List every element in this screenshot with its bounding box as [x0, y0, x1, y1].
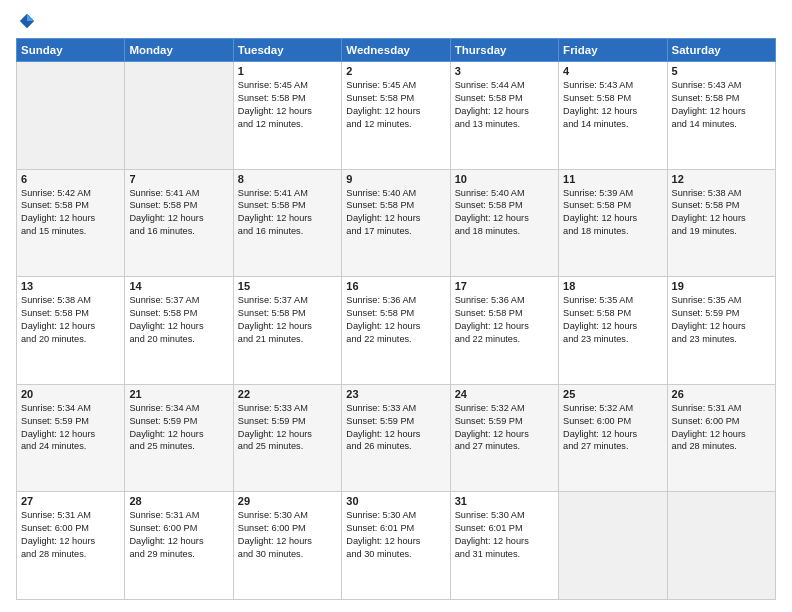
logo — [16, 12, 36, 30]
day-number: 25 — [563, 388, 662, 400]
cell-content: Sunrise: 5:34 AM Sunset: 5:59 PM Dayligh… — [129, 402, 228, 454]
calendar-cell — [667, 492, 775, 600]
cell-content: Sunrise: 5:39 AM Sunset: 5:58 PM Dayligh… — [563, 187, 662, 239]
calendar-cell: 13Sunrise: 5:38 AM Sunset: 5:58 PM Dayli… — [17, 277, 125, 385]
logo-icon — [18, 12, 36, 30]
cell-content: Sunrise: 5:43 AM Sunset: 5:58 PM Dayligh… — [672, 79, 771, 131]
calendar-cell: 10Sunrise: 5:40 AM Sunset: 5:58 PM Dayli… — [450, 169, 558, 277]
day-number: 21 — [129, 388, 228, 400]
day-number: 30 — [346, 495, 445, 507]
cell-content: Sunrise: 5:37 AM Sunset: 5:58 PM Dayligh… — [129, 294, 228, 346]
calendar-cell: 18Sunrise: 5:35 AM Sunset: 5:58 PM Dayli… — [559, 277, 667, 385]
cell-content: Sunrise: 5:37 AM Sunset: 5:58 PM Dayligh… — [238, 294, 337, 346]
calendar-cell: 22Sunrise: 5:33 AM Sunset: 5:59 PM Dayli… — [233, 384, 341, 492]
cell-content: Sunrise: 5:33 AM Sunset: 5:59 PM Dayligh… — [346, 402, 445, 454]
cell-content: Sunrise: 5:31 AM Sunset: 6:00 PM Dayligh… — [129, 509, 228, 561]
day-number: 14 — [129, 280, 228, 292]
cell-content: Sunrise: 5:31 AM Sunset: 6:00 PM Dayligh… — [672, 402, 771, 454]
day-number: 27 — [21, 495, 120, 507]
calendar-cell: 9Sunrise: 5:40 AM Sunset: 5:58 PM Daylig… — [342, 169, 450, 277]
weekday-header: Saturday — [667, 39, 775, 62]
day-number: 1 — [238, 65, 337, 77]
day-number: 20 — [21, 388, 120, 400]
cell-content: Sunrise: 5:30 AM Sunset: 6:01 PM Dayligh… — [346, 509, 445, 561]
calendar-cell: 5Sunrise: 5:43 AM Sunset: 5:58 PM Daylig… — [667, 62, 775, 170]
day-number: 2 — [346, 65, 445, 77]
calendar-cell: 17Sunrise: 5:36 AM Sunset: 5:58 PM Dayli… — [450, 277, 558, 385]
cell-content: Sunrise: 5:35 AM Sunset: 5:58 PM Dayligh… — [563, 294, 662, 346]
day-number: 9 — [346, 173, 445, 185]
day-number: 26 — [672, 388, 771, 400]
day-number: 15 — [238, 280, 337, 292]
weekday-header: Sunday — [17, 39, 125, 62]
cell-content: Sunrise: 5:41 AM Sunset: 5:58 PM Dayligh… — [129, 187, 228, 239]
calendar-cell: 19Sunrise: 5:35 AM Sunset: 5:59 PM Dayli… — [667, 277, 775, 385]
calendar-week-row: 13Sunrise: 5:38 AM Sunset: 5:58 PM Dayli… — [17, 277, 776, 385]
day-number: 4 — [563, 65, 662, 77]
cell-content: Sunrise: 5:45 AM Sunset: 5:58 PM Dayligh… — [346, 79, 445, 131]
day-number: 17 — [455, 280, 554, 292]
day-number: 5 — [672, 65, 771, 77]
calendar-cell: 3Sunrise: 5:44 AM Sunset: 5:58 PM Daylig… — [450, 62, 558, 170]
day-number: 24 — [455, 388, 554, 400]
weekday-header: Wednesday — [342, 39, 450, 62]
calendar-page: SundayMondayTuesdayWednesdayThursdayFrid… — [0, 0, 792, 612]
calendar-cell: 20Sunrise: 5:34 AM Sunset: 5:59 PM Dayli… — [17, 384, 125, 492]
calendar-cell: 24Sunrise: 5:32 AM Sunset: 5:59 PM Dayli… — [450, 384, 558, 492]
calendar-cell: 7Sunrise: 5:41 AM Sunset: 5:58 PM Daylig… — [125, 169, 233, 277]
calendar-cell: 11Sunrise: 5:39 AM Sunset: 5:58 PM Dayli… — [559, 169, 667, 277]
day-number: 13 — [21, 280, 120, 292]
calendar-cell: 30Sunrise: 5:30 AM Sunset: 6:01 PM Dayli… — [342, 492, 450, 600]
day-number: 11 — [563, 173, 662, 185]
day-number: 16 — [346, 280, 445, 292]
cell-content: Sunrise: 5:43 AM Sunset: 5:58 PM Dayligh… — [563, 79, 662, 131]
cell-content: Sunrise: 5:41 AM Sunset: 5:58 PM Dayligh… — [238, 187, 337, 239]
cell-content: Sunrise: 5:32 AM Sunset: 6:00 PM Dayligh… — [563, 402, 662, 454]
calendar-cell: 23Sunrise: 5:33 AM Sunset: 5:59 PM Dayli… — [342, 384, 450, 492]
cell-content: Sunrise: 5:42 AM Sunset: 5:58 PM Dayligh… — [21, 187, 120, 239]
calendar-cell: 6Sunrise: 5:42 AM Sunset: 5:58 PM Daylig… — [17, 169, 125, 277]
calendar-week-row: 27Sunrise: 5:31 AM Sunset: 6:00 PM Dayli… — [17, 492, 776, 600]
cell-content: Sunrise: 5:30 AM Sunset: 6:01 PM Dayligh… — [455, 509, 554, 561]
calendar-week-row: 1Sunrise: 5:45 AM Sunset: 5:58 PM Daylig… — [17, 62, 776, 170]
calendar-cell: 4Sunrise: 5:43 AM Sunset: 5:58 PM Daylig… — [559, 62, 667, 170]
cell-content: Sunrise: 5:35 AM Sunset: 5:59 PM Dayligh… — [672, 294, 771, 346]
day-number: 8 — [238, 173, 337, 185]
calendar-cell: 8Sunrise: 5:41 AM Sunset: 5:58 PM Daylig… — [233, 169, 341, 277]
day-number: 19 — [672, 280, 771, 292]
calendar-cell: 26Sunrise: 5:31 AM Sunset: 6:00 PM Dayli… — [667, 384, 775, 492]
day-number: 22 — [238, 388, 337, 400]
weekday-header: Monday — [125, 39, 233, 62]
calendar-cell: 29Sunrise: 5:30 AM Sunset: 6:00 PM Dayli… — [233, 492, 341, 600]
calendar-cell: 14Sunrise: 5:37 AM Sunset: 5:58 PM Dayli… — [125, 277, 233, 385]
cell-content: Sunrise: 5:33 AM Sunset: 5:59 PM Dayligh… — [238, 402, 337, 454]
cell-content: Sunrise: 5:44 AM Sunset: 5:58 PM Dayligh… — [455, 79, 554, 131]
cell-content: Sunrise: 5:32 AM Sunset: 5:59 PM Dayligh… — [455, 402, 554, 454]
page-header — [16, 12, 776, 30]
day-number: 3 — [455, 65, 554, 77]
calendar-week-row: 6Sunrise: 5:42 AM Sunset: 5:58 PM Daylig… — [17, 169, 776, 277]
calendar-cell — [125, 62, 233, 170]
cell-content: Sunrise: 5:40 AM Sunset: 5:58 PM Dayligh… — [346, 187, 445, 239]
calendar-cell: 12Sunrise: 5:38 AM Sunset: 5:58 PM Dayli… — [667, 169, 775, 277]
calendar-cell: 31Sunrise: 5:30 AM Sunset: 6:01 PM Dayli… — [450, 492, 558, 600]
cell-content: Sunrise: 5:38 AM Sunset: 5:58 PM Dayligh… — [672, 187, 771, 239]
calendar-cell — [559, 492, 667, 600]
day-number: 6 — [21, 173, 120, 185]
calendar-cell: 1Sunrise: 5:45 AM Sunset: 5:58 PM Daylig… — [233, 62, 341, 170]
cell-content: Sunrise: 5:36 AM Sunset: 5:58 PM Dayligh… — [346, 294, 445, 346]
calendar-table: SundayMondayTuesdayWednesdayThursdayFrid… — [16, 38, 776, 600]
calendar-week-row: 20Sunrise: 5:34 AM Sunset: 5:59 PM Dayli… — [17, 384, 776, 492]
day-number: 12 — [672, 173, 771, 185]
calendar-cell: 15Sunrise: 5:37 AM Sunset: 5:58 PM Dayli… — [233, 277, 341, 385]
cell-content: Sunrise: 5:45 AM Sunset: 5:58 PM Dayligh… — [238, 79, 337, 131]
calendar-cell: 25Sunrise: 5:32 AM Sunset: 6:00 PM Dayli… — [559, 384, 667, 492]
day-number: 31 — [455, 495, 554, 507]
cell-content: Sunrise: 5:31 AM Sunset: 6:00 PM Dayligh… — [21, 509, 120, 561]
cell-content: Sunrise: 5:36 AM Sunset: 5:58 PM Dayligh… — [455, 294, 554, 346]
weekday-header: Thursday — [450, 39, 558, 62]
cell-content: Sunrise: 5:34 AM Sunset: 5:59 PM Dayligh… — [21, 402, 120, 454]
day-number: 18 — [563, 280, 662, 292]
cell-content: Sunrise: 5:30 AM Sunset: 6:00 PM Dayligh… — [238, 509, 337, 561]
calendar-cell: 27Sunrise: 5:31 AM Sunset: 6:00 PM Dayli… — [17, 492, 125, 600]
